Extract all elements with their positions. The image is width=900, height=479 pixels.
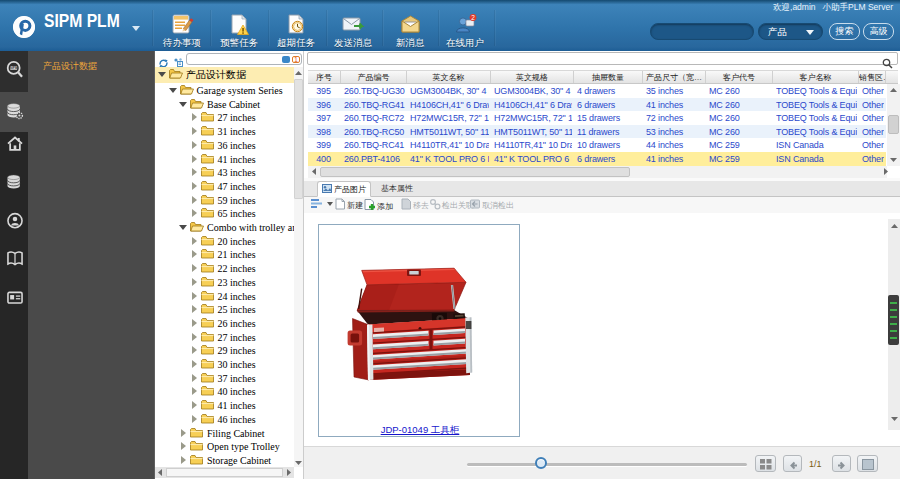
svg-text:2: 2: [471, 14, 475, 21]
svg-text:SIPM: SIPM: [10, 66, 18, 70]
